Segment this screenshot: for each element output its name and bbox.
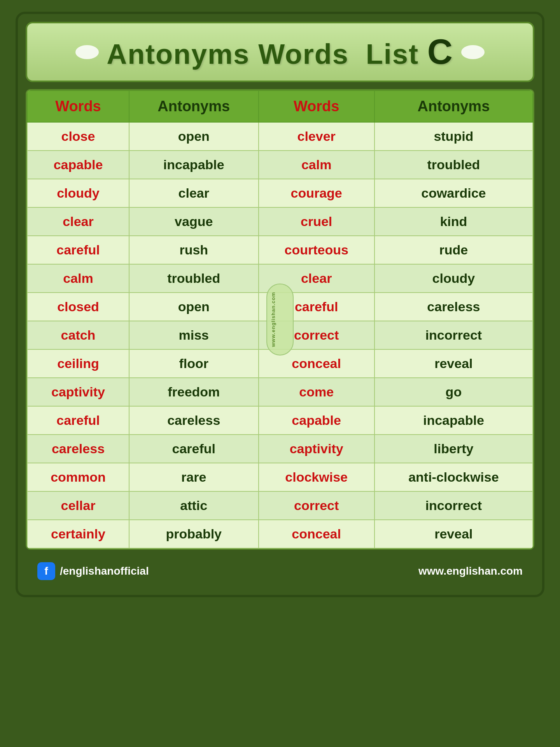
antonym-cell-left: floor [129,349,259,378]
antonym-cell-right: reveal [374,349,533,378]
word-cell-right: capable [259,406,374,435]
word-cell-left: clear [27,207,129,236]
antonym-cell-left: careful [129,435,259,463]
footer-social: f /englishanofficial [37,562,149,580]
social-handle: /englishanofficial [60,565,149,577]
footer: f /englishanofficial www.englishan.com [26,555,534,587]
antonym-cell-left: clear [129,179,259,207]
col-header-words1: Words [27,91,129,122]
word-cell-right: conceal [259,349,374,378]
antonym-cell-right: careless [374,293,533,321]
col-header-words2: Words [259,91,374,122]
word-cell-right: courage [259,179,374,207]
header-oval-right [461,45,485,59]
antonym-cell-right: stupid [374,122,533,151]
table-row: closedopencarefulcareless [27,293,533,321]
antonym-cell-left: open [129,293,259,321]
antonym-cell-right: troubled [374,151,533,179]
word-cell-left: closed [27,293,129,321]
word-cell-left: common [27,463,129,491]
page-wrapper: Antonyms Words List C www.englishan.com … [16,12,544,597]
antonym-cell-left: probably [129,520,259,548]
table-header-row: Words Antonyms Words Antonyms [27,91,533,122]
antonym-cell-right: incorrect [374,491,533,520]
word-cell-right: clockwise [259,463,374,491]
facebook-icon: f [37,562,55,580]
table-row: calmtroubledclearcloudy [27,264,533,293]
word-cell-right: calm [259,151,374,179]
antonym-cell-right: incorrect [374,321,533,349]
table-row: ceilingfloorconcealreveal [27,349,533,378]
word-cell-left: calm [27,264,129,293]
table-row: carelesscarefulcaptivityliberty [27,435,533,463]
word-cell-left: certainly [27,520,129,548]
header-oval-left [75,45,99,59]
word-cell-left: ceiling [27,349,129,378]
antonym-cell-left: miss [129,321,259,349]
word-cell-right: courteous [259,236,374,264]
word-cell-left: close [27,122,129,151]
word-cell-right: clever [259,122,374,151]
antonym-cell-right: reveal [374,520,533,548]
table-row: certainlyprobablyconcealreveal [27,520,533,548]
word-cell-right: come [259,378,374,406]
antonym-cell-left: attic [129,491,259,520]
word-cell-left: cloudy [27,179,129,207]
col-header-antonyms1: Antonyms [129,91,259,122]
table-row: cellaratticcorrectincorrect [27,491,533,520]
header: Antonyms Words List C [26,22,534,82]
letter-c: C [427,32,453,71]
antonym-cell-right: cloudy [374,264,533,293]
word-cell-left: catch [27,321,129,349]
antonym-cell-left: freedom [129,378,259,406]
footer-website: www.englishan.com [418,565,523,577]
table-row: capableincapablecalmtroubled [27,151,533,179]
antonym-cell-right: rude [374,236,533,264]
word-cell-right: clear [259,264,374,293]
antonym-cell-left: careless [129,406,259,435]
table-row: catchmisscorrectincorrect [27,321,533,349]
word-cell-left: careful [27,406,129,435]
table-row: carefulcarelesscapableincapable [27,406,533,435]
word-cell-left: captivity [27,378,129,406]
table-row: commonrareclockwiseanti-clockwise [27,463,533,491]
antonym-cell-left: troubled [129,264,259,293]
word-cell-right: cruel [259,207,374,236]
antonym-cell-left: incapable [129,151,259,179]
word-cell-right: captivity [259,435,374,463]
word-cell-right: correct [259,491,374,520]
word-cell-left: capable [27,151,129,179]
table-row: clearvaguecruelkind [27,207,533,236]
table-row: captivityfreedomcomego [27,378,533,406]
word-cell-left: careless [27,435,129,463]
antonym-cell-left: rush [129,236,259,264]
col-header-antonyms2: Antonyms [374,91,533,122]
antonym-cell-right: kind [374,207,533,236]
word-cell-right: conceal [259,520,374,548]
antonym-cell-right: cowardice [374,179,533,207]
antonym-cell-left: vague [129,207,259,236]
antonym-cell-left: open [129,122,259,151]
table-row: closeopencleverstupid [27,122,533,151]
header-title: Antonyms Words List C [107,32,453,72]
antonym-cell-right: incapable [374,406,533,435]
antonym-cell-left: rare [129,463,259,491]
word-cell-right: careful [259,293,374,321]
word-cell-right: correct [259,321,374,349]
table-row: cloudyclearcouragecowardice [27,179,533,207]
table-container: www.englishan.com Words Antonyms Words A… [26,89,534,550]
table-row: carefulrushcourteousrude [27,236,533,264]
antonyms-table: Words Antonyms Words Antonyms closeopenc… [27,90,533,549]
antonym-cell-right: anti-clockwise [374,463,533,491]
antonym-cell-right: liberty [374,435,533,463]
word-cell-left: careful [27,236,129,264]
antonym-cell-right: go [374,378,533,406]
word-cell-left: cellar [27,491,129,520]
